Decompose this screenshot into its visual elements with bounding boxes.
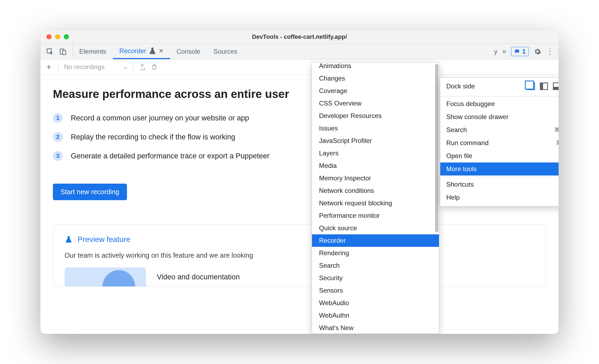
issues-badge[interactable]: 1 xyxy=(511,47,529,56)
close-tab-icon[interactable]: ✕ xyxy=(159,47,164,55)
inspect-element-icon[interactable] xyxy=(46,47,54,56)
menu-item-shortcut: ⌘ ⇧ P xyxy=(556,139,559,146)
zoom-window-button[interactable] xyxy=(64,34,69,39)
submenu-item[interactable]: Rendering xyxy=(312,247,439,259)
submenu-item[interactable]: What's New xyxy=(312,322,439,334)
window-title: DevTools - coffee-cart.netlify.app/ xyxy=(40,33,559,40)
message-icon xyxy=(514,49,520,55)
recordings-dropdown-label: No recordings xyxy=(64,63,104,71)
main-menu: Dock side Focus debuggeeShow console dra… xyxy=(440,77,559,206)
flask-icon xyxy=(148,47,157,55)
step-text: Generate a detailed performance trace or… xyxy=(71,152,269,160)
close-window-button[interactable] xyxy=(46,34,52,39)
menu-separator xyxy=(440,96,559,96)
video-thumbnail[interactable] xyxy=(65,267,146,286)
divider xyxy=(58,62,59,72)
submenu-item[interactable]: Network request blocking xyxy=(312,197,439,209)
video-label: Video and documentation xyxy=(157,273,240,281)
submenu-item[interactable]: Network conditions xyxy=(312,184,439,197)
menu-item[interactable]: Show console drawerEsc xyxy=(440,110,559,123)
devtools-window: DevTools - coffee-cart.netlify.app/ Elem… xyxy=(40,30,559,334)
recordings-dropdown[interactable]: No recordings ⌄ xyxy=(64,63,128,71)
menu-item[interactable]: Open file⌘ P xyxy=(440,149,559,162)
menu-item-label: Show console drawer xyxy=(446,113,508,121)
menu-item-label: Search xyxy=(446,126,467,134)
dock-side-options xyxy=(527,82,559,90)
menu-more-tools[interactable]: More tools ▶ xyxy=(440,162,559,175)
panel-tabs: Elements Recorder ✕ Console Sources xyxy=(73,44,244,59)
devtools-tabstrip: Elements Recorder ✕ Console Sources y » … xyxy=(40,44,559,59)
settings-icon[interactable] xyxy=(534,48,541,55)
menu-item[interactable]: Shortcuts xyxy=(440,178,559,191)
menu-item[interactable]: Run command⌘ ⇧ P xyxy=(440,136,559,149)
submenu-item[interactable]: Memory Inspector xyxy=(312,172,439,184)
submenu-item[interactable]: Recorder xyxy=(312,234,439,247)
menu-item-label: More tools xyxy=(446,165,477,173)
minimize-window-button[interactable] xyxy=(55,34,60,39)
device-toolbar-icon[interactable] xyxy=(59,47,67,56)
submenu-item[interactable]: Changes xyxy=(312,72,439,85)
menu-item[interactable]: Search⌘ ⌥ F xyxy=(440,123,559,136)
submenu-item[interactable]: Coverage xyxy=(312,85,439,97)
submenu-item[interactable]: Media xyxy=(312,159,439,172)
preview-body: Our team is actively working on this fea… xyxy=(65,251,534,259)
tab-sources[interactable]: Sources xyxy=(207,44,244,59)
menu-item-label: Open file xyxy=(446,152,472,160)
more-tabs-icon[interactable]: » xyxy=(502,47,506,56)
dock-side-label: Dock side xyxy=(446,82,475,90)
submenu-item[interactable]: Issues xyxy=(312,122,439,135)
divider xyxy=(133,62,133,72)
preview-feature-card: Preview feature Our team is actively wor… xyxy=(53,225,546,287)
menu-item[interactable]: Help▶ xyxy=(440,191,559,204)
step-text: Record a common user journey on your web… xyxy=(71,114,249,122)
menu-item-label: Shortcuts xyxy=(446,181,474,188)
submenu-item[interactable]: Quick source xyxy=(312,222,439,234)
menu-separator xyxy=(440,177,559,177)
issues-count: 1 xyxy=(522,48,526,55)
submenu-item[interactable]: Performance monitor xyxy=(312,209,439,222)
tab-elements[interactable]: Elements xyxy=(73,44,113,59)
scrollbar-thumb[interactable] xyxy=(435,64,438,232)
step-text: Replay the recording to check if the flo… xyxy=(71,133,235,141)
overflow-tab-label[interactable]: y xyxy=(494,48,497,55)
svg-rect-2 xyxy=(63,50,66,55)
step-number: 2 xyxy=(53,132,63,142)
tab-label: Elements xyxy=(79,48,106,55)
submenu-item[interactable]: Search xyxy=(312,259,439,272)
step-number: 1 xyxy=(53,113,63,123)
submenu-item[interactable]: Security xyxy=(312,272,439,284)
submenu-item[interactable]: JavaScript Profiler xyxy=(312,135,439,147)
submenu-item[interactable]: Sensors xyxy=(312,284,439,297)
titlebar: DevTools - coffee-cart.netlify.app/ xyxy=(40,30,559,44)
menu-item-shortcut: ⌘ ⌥ F xyxy=(554,126,559,133)
tab-label: Sources xyxy=(214,48,237,55)
start-recording-button[interactable]: Start new recording xyxy=(53,184,127,200)
dock-undock-icon[interactable] xyxy=(527,82,535,90)
tab-label: Recorder xyxy=(119,47,146,55)
step-number: 3 xyxy=(53,151,63,161)
dock-left-icon[interactable] xyxy=(540,82,548,90)
more-tools-submenu: AnimationsChangesCoverageCSS OverviewDev… xyxy=(312,62,439,334)
menu-item[interactable]: Focus debuggee xyxy=(440,97,559,110)
kebab-menu-icon[interactable]: ⋮ xyxy=(546,47,554,56)
preview-title: Preview feature xyxy=(78,235,130,244)
tab-console[interactable]: Console xyxy=(170,44,207,59)
submenu-item[interactable]: Animations xyxy=(312,62,439,72)
submenu-item[interactable]: Layers xyxy=(312,147,439,159)
chevron-down-icon: ⌄ xyxy=(123,64,128,70)
trash-icon[interactable] xyxy=(151,64,158,70)
recorder-toolbar: ＋ No recordings ⌄ xyxy=(40,59,559,75)
submenu-item[interactable]: WebAudio xyxy=(312,297,439,309)
flask-icon xyxy=(65,235,73,244)
tab-label: Console xyxy=(177,48,200,55)
dock-bottom-icon[interactable] xyxy=(553,82,559,90)
export-icon[interactable] xyxy=(139,63,146,71)
tab-recorder[interactable]: Recorder ✕ xyxy=(113,44,170,59)
submenu-item[interactable]: WebAuthn xyxy=(312,309,439,322)
submenu-item[interactable]: CSS Overview xyxy=(312,97,439,110)
scrollbar[interactable] xyxy=(435,64,438,333)
traffic-lights xyxy=(40,34,69,39)
new-recording-icon[interactable]: ＋ xyxy=(45,61,53,72)
menu-item-label: Help xyxy=(446,194,460,201)
submenu-item[interactable]: Developer Resources xyxy=(312,110,439,122)
